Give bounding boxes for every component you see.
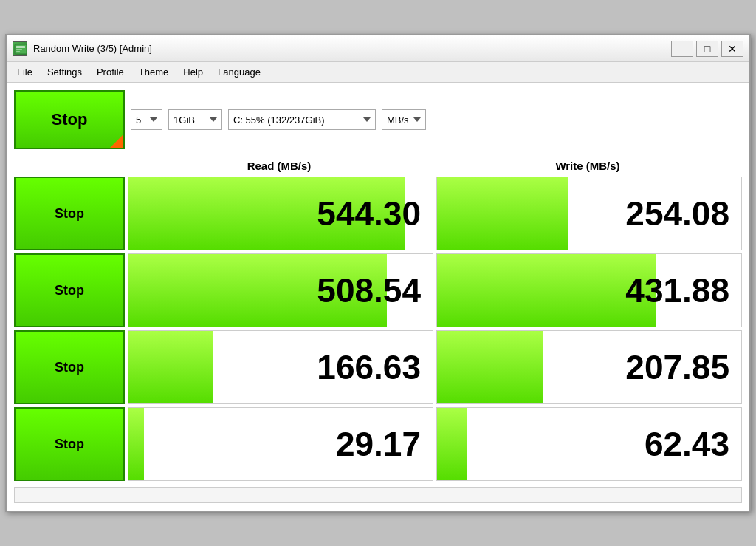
close-button[interactable]: ✕: [721, 41, 743, 57]
svg-rect-1: [16, 46, 25, 48]
stop-button-2[interactable]: Stop: [14, 330, 125, 404]
count-select[interactable]: 5 1 3 All: [131, 109, 162, 130]
read-header: Read (MB/s): [125, 157, 433, 175]
write-value-3: 62.43: [436, 407, 742, 481]
menu-language[interactable]: Language: [210, 64, 268, 81]
progress-bar: [14, 487, 742, 503]
title-bar: Random Write (3/5) [Admin] — □ ✕: [7, 35, 749, 62]
write-header: Write (MB/s): [433, 157, 742, 175]
size-select[interactable]: 1GiB 512MiB 2GiB 4GiB 8GiB: [168, 109, 222, 130]
read-value-0: 544.30: [128, 177, 433, 250]
svg-rect-3: [16, 51, 20, 52]
menu-file[interactable]: File: [10, 64, 40, 81]
menu-theme[interactable]: Theme: [131, 64, 176, 81]
stop-button-1[interactable]: Stop: [14, 253, 125, 327]
write-value-0: 254.08: [436, 177, 742, 250]
drive-select[interactable]: C: 55% (132/237GiB): [228, 109, 376, 130]
maximize-button[interactable]: □: [696, 41, 718, 57]
table-row: Stop29.1762.43: [14, 407, 742, 481]
data-rows: Stop544.30254.08Stop508.54431.88Stop166.…: [14, 177, 742, 481]
menu-help[interactable]: Help: [176, 64, 210, 81]
stop-button-0[interactable]: Stop: [14, 177, 125, 250]
menu-bar: File Settings Profile Theme Help Languag…: [7, 62, 749, 83]
menu-profile[interactable]: Profile: [89, 64, 131, 81]
toolbar: Stop 5 1 3 All 1GiB 512MiB 2GiB 4GiB 8Gi…: [14, 90, 742, 149]
main-stop-button[interactable]: Stop: [14, 90, 125, 149]
read-value-1: 508.54: [128, 253, 433, 327]
table-row: Stop166.63207.85: [14, 330, 742, 404]
stop-button-3[interactable]: Stop: [14, 407, 125, 481]
read-value-3: 29.17: [128, 407, 433, 481]
read-value-2: 166.63: [128, 330, 433, 404]
minimize-button[interactable]: —: [671, 41, 693, 57]
window-controls: — □ ✕: [671, 41, 743, 57]
svg-rect-2: [16, 49, 22, 50]
app-icon: [13, 41, 27, 56]
menu-settings[interactable]: Settings: [40, 64, 89, 81]
table-row: Stop544.30254.08: [14, 177, 742, 250]
grid-header: Read (MB/s) Write (MB/s): [14, 157, 742, 175]
main-window: Random Write (3/5) [Admin] — □ ✕ File Se…: [5, 34, 751, 512]
main-content: Stop 5 1 3 All 1GiB 512MiB 2GiB 4GiB 8Gi…: [7, 83, 749, 511]
window-title: Random Write (3/5) [Admin]: [33, 43, 671, 54]
write-value-1: 431.88: [436, 253, 742, 327]
table-row: Stop508.54431.88: [14, 253, 742, 327]
unit-select[interactable]: MB/s IOPS μs: [382, 109, 426, 130]
write-value-2: 207.85: [436, 330, 742, 404]
